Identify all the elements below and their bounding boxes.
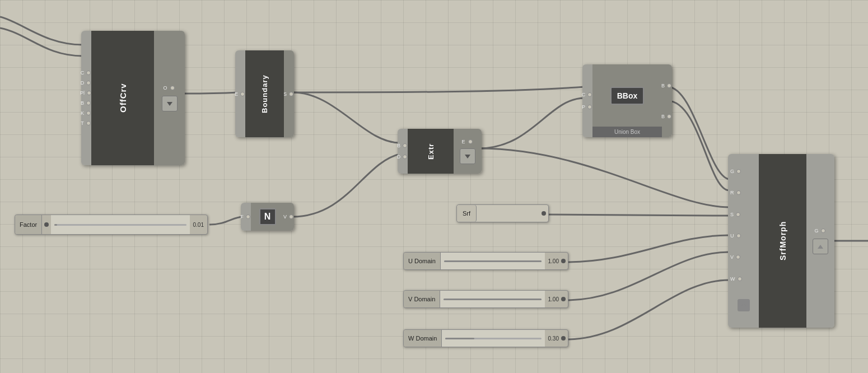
bbox-port-b1[interactable] — [667, 83, 671, 88]
port-label-b2: B — [397, 143, 400, 148]
srf-port-label-w: W — [730, 276, 735, 282]
udomain-dot-right — [561, 259, 566, 263]
bbox-port-b2[interactable] — [667, 114, 671, 119]
factor-slider-area[interactable] — [51, 215, 189, 234]
extr-left-ports: B D — [398, 129, 408, 174]
port-label-v: V — [283, 214, 287, 220]
port-pl[interactable] — [87, 91, 91, 95]
extr-action-btn[interactable] — [460, 148, 475, 164]
srfmorph-up-btn[interactable] — [738, 299, 750, 311]
srfmorph-action-btn[interactable] — [813, 239, 828, 254]
port-label-d: D — [81, 80, 85, 86]
bbox-port-c[interactable] — [587, 92, 592, 97]
vdomain-track — [444, 299, 541, 300]
srf-port-label-s: S — [730, 212, 734, 217]
n-label: N — [259, 208, 276, 225]
port-label-k: K — [81, 110, 84, 116]
port-label-c2: C — [582, 92, 586, 97]
port-label-b4: B — [661, 114, 665, 119]
srfmorph-label: SrfMorph — [759, 154, 806, 328]
srfmorph-node: G R S U V W SrfMorph — [728, 154, 834, 328]
n-port-v[interactable] — [289, 215, 293, 219]
n-port-f[interactable] — [246, 215, 250, 219]
port-k[interactable] — [86, 111, 91, 115]
port-label-f: F — [240, 214, 244, 220]
extr-port-b[interactable] — [403, 143, 407, 148]
udomain-label: U Domain — [404, 253, 441, 269]
extr-port-d[interactable] — [403, 155, 407, 159]
port-o[interactable] — [170, 86, 175, 90]
wdomain-slider[interactable]: W Domain 0.30 — [403, 329, 568, 347]
arrow-up-icon2 — [818, 245, 823, 249]
port-label-t: T — [81, 120, 84, 126]
vdomain-label: V Domain — [404, 291, 440, 307]
boundary-port-e[interactable] — [240, 92, 245, 96]
arrow-up-icon — [741, 303, 746, 307]
srf-port-label-v2: V — [730, 254, 734, 260]
port-b[interactable] — [86, 101, 91, 105]
wdomain-track — [445, 338, 541, 339]
bbox-subtitle: Union Box — [592, 127, 662, 137]
port-c[interactable] — [86, 71, 91, 75]
udomain-value: 1.00 — [548, 258, 559, 264]
srf-param[interactable]: Srf — [456, 204, 549, 222]
port-label-p: P — [582, 104, 585, 110]
port-label-c: C — [81, 70, 85, 76]
boundary-node: E Boundary S — [235, 50, 294, 137]
wdomain-value: 0.30 — [548, 335, 559, 342]
bbox-port-p[interactable] — [587, 105, 592, 109]
boundary-port-s[interactable] — [289, 92, 293, 96]
port-label-e: E — [235, 91, 238, 97]
factor-slider[interactable]: Factor 0.01 — [15, 215, 208, 235]
extr-port-e[interactable] — [468, 139, 473, 144]
port-label-d2: D — [397, 154, 401, 160]
factor-value: 0.01 — [193, 222, 207, 228]
port-label-b3: B — [661, 83, 665, 88]
port-t[interactable] — [86, 121, 91, 125]
udomain-track — [444, 260, 542, 262]
vdomain-slider[interactable]: V Domain 1.00 — [403, 290, 568, 308]
arrow-down-icon2 — [465, 155, 470, 158]
udomain-slider[interactable]: U Domain 1.00 — [403, 252, 568, 270]
bbox-label: BBox — [610, 87, 645, 105]
offcrv-action-btn[interactable] — [162, 96, 178, 111]
vdomain-slider-area[interactable] — [440, 291, 544, 307]
vdomain-fill — [444, 299, 541, 300]
srfmorph-port-w[interactable] — [738, 277, 742, 281]
offcrv-label: OffCrv — [91, 31, 154, 165]
port-label-o: O — [163, 85, 167, 91]
udomain-slider-area[interactable] — [441, 253, 545, 269]
boundary-label: Boundary — [245, 50, 284, 137]
srfmorph-port-r[interactable] — [736, 190, 741, 195]
n-node: F N V — [241, 203, 294, 231]
srf-port-label-u: U — [730, 233, 734, 239]
srf-port-label-r: R — [730, 190, 734, 195]
srfmorph-port-g-in[interactable] — [736, 169, 741, 174]
srfmorph-port-g-out[interactable] — [821, 229, 825, 233]
wdomain-slider-area[interactable] — [442, 330, 544, 347]
udomain-fill — [444, 260, 542, 262]
boundary-left-ports: E — [235, 50, 245, 137]
extr-label: Extr — [408, 129, 454, 174]
extr-node: B D Extr E — [398, 129, 482, 174]
wdomain-label: W Domain — [404, 330, 442, 347]
port-d[interactable] — [86, 81, 91, 85]
port-label-e2: E — [461, 139, 465, 144]
srfmorph-port-s[interactable] — [736, 212, 740, 217]
srf-label: Srf — [457, 205, 477, 222]
srf-port-label-g: G — [730, 169, 734, 174]
offcrv-left-ports: C D Pl B K T — [81, 31, 91, 165]
port-label-b: B — [81, 100, 84, 106]
srfmorph-port-u[interactable] — [736, 234, 741, 238]
wdomain-fill — [445, 338, 474, 339]
vdomain-value: 1.00 — [548, 296, 559, 302]
unionbox-node: C P BBox Union Box B B — [582, 64, 672, 137]
wdomain-dot-right — [561, 336, 566, 341]
srfmorph-port-v[interactable] — [736, 255, 740, 259]
factor-fill — [54, 224, 57, 226]
factor-label: Factor — [15, 215, 42, 234]
srf-port-label-g-out: G — [814, 228, 818, 234]
offcrv-node: C D Pl B K T — [81, 31, 185, 165]
srf-dot-right — [542, 211, 546, 216]
unionbox-left-ports: C P — [582, 64, 592, 137]
